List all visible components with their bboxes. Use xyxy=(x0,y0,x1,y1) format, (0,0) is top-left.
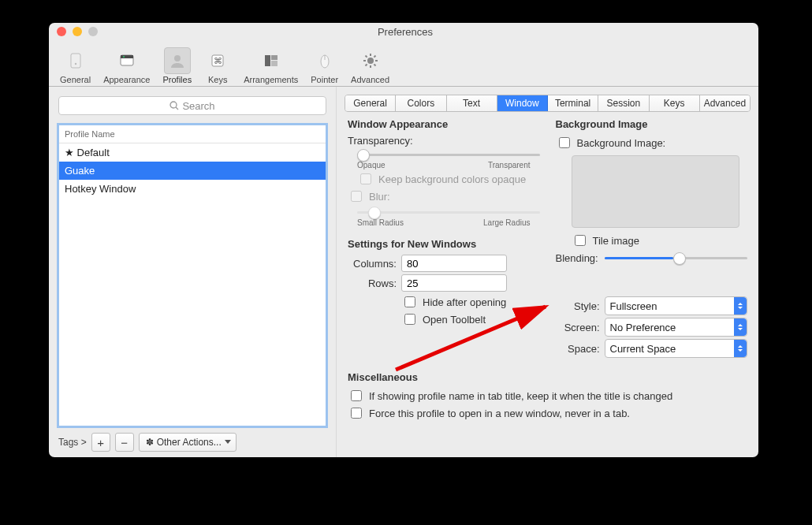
tab-text[interactable]: Text xyxy=(447,95,497,111)
profile-list[interactable]: Profile Name ★ Default Guake Hotkey Wind… xyxy=(58,125,326,426)
sidebar: Search Profile Name ★ Default Guake Hotk… xyxy=(49,87,337,457)
search-placeholder: Search xyxy=(182,100,214,112)
svg-point-4 xyxy=(123,56,125,58)
rows-input[interactable] xyxy=(401,274,507,292)
svg-point-5 xyxy=(174,55,181,61)
tab-colors[interactable]: Colors xyxy=(396,95,446,111)
toolbar-arrangements[interactable]: Arrangements xyxy=(237,47,304,84)
space-select[interactable]: Current Space xyxy=(605,339,748,358)
blending-slider[interactable] xyxy=(605,251,747,264)
svg-point-22 xyxy=(170,102,177,108)
toolbar-arrangements-label: Arrangements xyxy=(244,75,298,84)
style-select-row: Style: Fullscreen xyxy=(556,296,748,315)
svg-text:⌘: ⌘ xyxy=(214,56,222,65)
window-zoom-button[interactable] xyxy=(88,27,98,36)
main-panel: General Colors Text Window Terminal Sess… xyxy=(337,87,758,457)
toolbar-keys-label: Keys xyxy=(208,75,227,84)
sidebar-bottom-bar: Tags > + − ✽ Other Actions... xyxy=(58,426,326,457)
toolbar-advanced[interactable]: Advanced xyxy=(345,47,396,84)
toolbar-appearance-label: Appearance xyxy=(103,75,150,84)
blending-label: Blending: xyxy=(556,252,598,264)
blur-checkbox: Blur: xyxy=(348,188,540,204)
keep-profile-name-checkbox[interactable]: If showing profile name in tab title, ke… xyxy=(348,388,747,404)
toolbar-general[interactable]: General xyxy=(54,47,97,84)
tile-image-checkbox[interactable]: Tile image xyxy=(572,233,748,248)
tab-general[interactable]: General xyxy=(345,95,396,111)
hide-after-opening-checkbox[interactable]: Hide after opening xyxy=(401,294,540,310)
blur-slider xyxy=(357,206,540,218)
traffic-lights xyxy=(57,27,98,36)
tab-session[interactable]: Session xyxy=(598,95,649,111)
toolbar-profiles-label: Profiles xyxy=(162,75,192,84)
background-image-well[interactable] xyxy=(572,155,740,228)
toolbar-general-label: General xyxy=(60,75,91,84)
add-profile-button[interactable]: + xyxy=(91,433,110,452)
transparency-slider[interactable] xyxy=(357,148,540,161)
preferences-window: Preferences General Appearance Profiles … xyxy=(49,23,758,457)
keep-bg-opaque-checkbox: Keep background colors opaque xyxy=(357,171,540,187)
space-select-row: Space: Current Space xyxy=(556,339,748,358)
gear-icon: ✽ xyxy=(146,437,154,448)
svg-line-19 xyxy=(374,64,375,65)
section-miscellaneous: Miscellaneous xyxy=(348,371,747,383)
toolbar-advanced-label: Advanced xyxy=(351,75,389,84)
force-new-window-checkbox[interactable]: Force this profile to open in a new wind… xyxy=(348,405,747,421)
profile-tabs: General Colors Text Window Terminal Sess… xyxy=(345,95,751,112)
profile-row[interactable]: ★ Default xyxy=(59,143,326,162)
svg-line-21 xyxy=(365,64,367,65)
tab-advanced[interactable]: Advanced xyxy=(700,95,750,111)
tab-terminal[interactable]: Terminal xyxy=(548,95,598,111)
tab-keys[interactable]: Keys xyxy=(650,95,700,111)
chevron-updown-icon xyxy=(734,318,747,336)
svg-point-13 xyxy=(367,58,374,64)
svg-rect-8 xyxy=(265,55,270,66)
background-image-checkbox[interactable]: Background Image: xyxy=(556,135,748,151)
profile-row[interactable]: Hotkey Window xyxy=(59,180,326,198)
svg-rect-0 xyxy=(71,54,80,68)
toolbar-appearance[interactable]: Appearance xyxy=(97,47,156,84)
search-input[interactable]: Search xyxy=(58,96,326,115)
remove-profile-button[interactable]: − xyxy=(115,433,134,452)
tags-button[interactable]: Tags > xyxy=(58,437,87,448)
svg-rect-3 xyxy=(121,55,133,58)
toolbar: General Appearance Profiles ⌘ Keys Arran… xyxy=(49,40,758,87)
section-settings-new-windows: Settings for New Windows xyxy=(348,238,540,250)
profile-row[interactable]: Guake xyxy=(59,162,326,180)
window-minimize-button[interactable] xyxy=(73,27,82,36)
open-toolbelt-checkbox[interactable]: Open Toolbelt xyxy=(401,311,540,327)
tab-window[interactable]: Window xyxy=(497,95,548,111)
columns-input[interactable] xyxy=(401,255,507,272)
chevron-updown-icon xyxy=(734,297,747,315)
rows-field: Rows: xyxy=(348,274,540,292)
transparency-label: Transparency: xyxy=(348,135,540,147)
toolbar-pointer-label: Pointer xyxy=(311,75,338,84)
svg-line-20 xyxy=(374,56,375,58)
svg-line-23 xyxy=(176,107,178,110)
profile-list-header: Profile Name xyxy=(59,125,326,143)
svg-rect-10 xyxy=(271,61,277,66)
section-background-image: Background Image xyxy=(556,118,748,130)
svg-line-18 xyxy=(365,56,367,58)
titlebar: Preferences xyxy=(49,23,758,40)
toolbar-pointer[interactable]: Pointer xyxy=(304,47,345,84)
toolbar-profiles[interactable]: Profiles xyxy=(156,47,198,84)
screen-select[interactable]: No Preference xyxy=(605,318,748,337)
screen-select-row: Screen: No Preference xyxy=(556,318,748,337)
style-select[interactable]: Fullscreen xyxy=(605,296,748,315)
other-actions-menu[interactable]: ✽ Other Actions... xyxy=(139,433,237,452)
svg-rect-9 xyxy=(271,55,277,60)
section-window-appearance: Window Appearance xyxy=(348,118,540,130)
search-icon xyxy=(169,101,179,110)
window-title: Preferences xyxy=(98,26,713,38)
toolbar-keys[interactable]: ⌘ Keys xyxy=(198,47,237,84)
chevron-updown-icon xyxy=(734,340,747,357)
svg-point-1 xyxy=(74,63,76,65)
columns-field: Columns: xyxy=(348,255,540,272)
window-close-button[interactable] xyxy=(57,27,66,36)
